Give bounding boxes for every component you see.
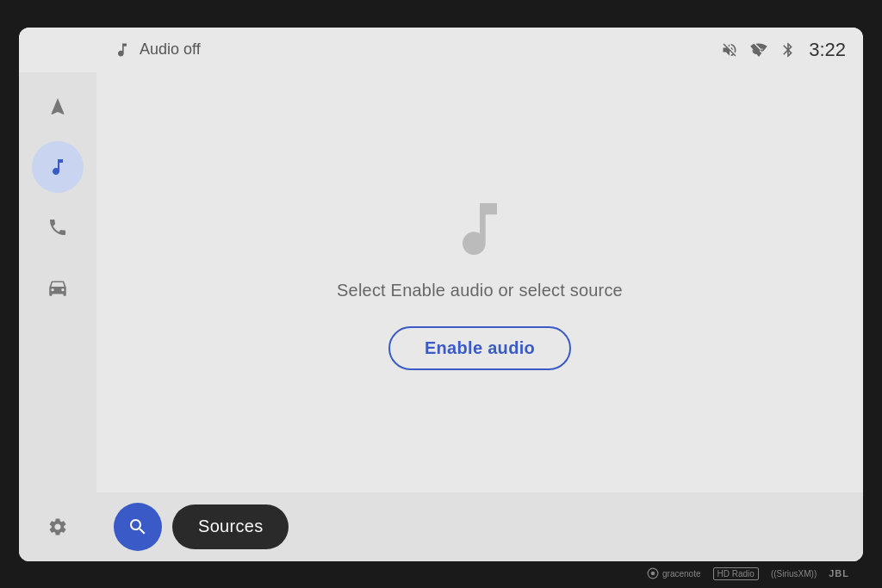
- bluetooth-icon: [780, 41, 797, 59]
- search-button[interactable]: [114, 503, 162, 551]
- sidebar-item-music[interactable]: [32, 141, 84, 193]
- clock: 3:22: [809, 39, 846, 61]
- audio-off-label: Audio off: [140, 40, 201, 59]
- siriusxm-brand: ((SiriusXM)): [771, 569, 817, 579]
- main-screen: Audio off 3:22: [19, 28, 863, 561]
- no-network-icon: [750, 41, 767, 59]
- enable-audio-button[interactable]: Enable audio: [388, 326, 571, 370]
- main-content: Select Enable audio or select source Ena…: [96, 72, 863, 561]
- sidebar-item-navigation[interactable]: [32, 81, 84, 133]
- jbl-brand: JBL: [829, 568, 849, 579]
- sources-button[interactable]: Sources: [172, 504, 289, 549]
- brand-bar: gracenote HD Radio ((SiriusXM)) JBL: [19, 562, 863, 585]
- bottom-bar: Sources: [96, 492, 863, 561]
- status-icons: 3:22: [721, 39, 846, 61]
- status-bar: Audio off 3:22: [19, 28, 863, 72]
- volume-muted-icon: [721, 41, 738, 59]
- main-layout: Select Enable audio or select source Ena…: [19, 72, 863, 561]
- prompt-text: Select Enable audio or select source: [337, 281, 623, 300]
- sidebar-item-phone[interactable]: [32, 201, 84, 253]
- svg-point-1: [651, 572, 655, 576]
- gracenote-label: gracenote: [662, 569, 700, 579]
- sidebar: [19, 72, 96, 561]
- sidebar-item-settings[interactable]: [32, 501, 84, 553]
- audio-status: Audio off: [114, 40, 201, 59]
- music-note-large-icon: [445, 195, 514, 263]
- hd-radio-brand: HD Radio: [713, 567, 759, 580]
- gracenote-brand: gracenote: [647, 567, 700, 579]
- music-note-icon: [114, 41, 131, 59]
- sidebar-item-car[interactable]: [32, 262, 84, 313]
